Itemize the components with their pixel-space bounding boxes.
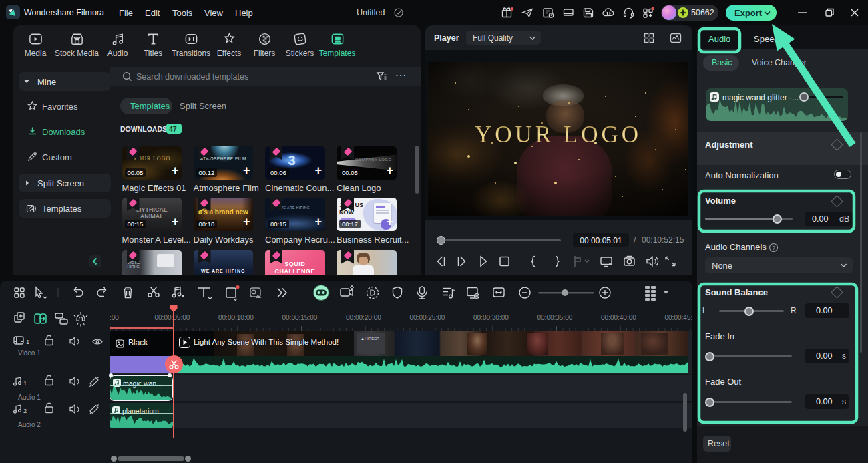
svg-text:?: ? — [772, 245, 775, 251]
svg-text:Video 1: Video 1 — [18, 349, 41, 357]
svg-text:1: 1 — [26, 338, 29, 345]
svg-text:Audio 1: Audio 1 — [18, 394, 41, 401]
svg-text:1: 1 — [23, 379, 27, 387]
svg-text:2: 2 — [23, 407, 27, 414]
svg-text:Audio 2: Audio 2 — [18, 421, 41, 428]
